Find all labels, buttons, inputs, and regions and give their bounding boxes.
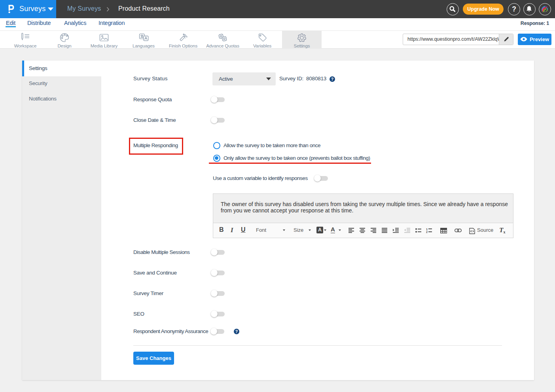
svg-text:2: 2 [426, 231, 428, 233]
svg-text:1: 1 [426, 228, 428, 231]
